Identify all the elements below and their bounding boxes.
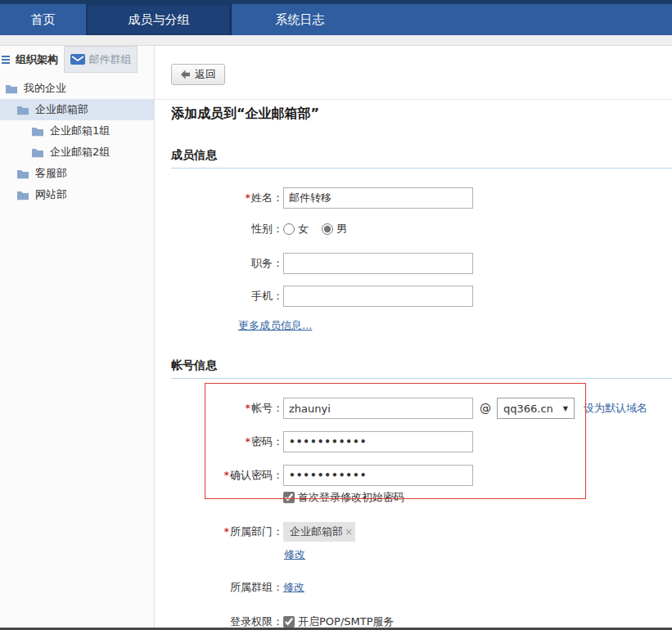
- sidebar-tab-label: 组织架构: [16, 52, 58, 67]
- gender-label-text: 性别：: [251, 223, 283, 235]
- back-button-label: 返回: [195, 67, 216, 82]
- folder-icon: [31, 126, 44, 137]
- nav-tab-members-groups[interactable]: 成员与分组: [86, 4, 232, 35]
- gender-female-label: 女: [298, 222, 309, 236]
- more-member-info-row: 更多成员信息...: [238, 318, 672, 333]
- tree-item-service-dept[interactable]: 客服部: [0, 163, 154, 184]
- account-label: *帐号：: [156, 401, 283, 416]
- gender-male-label: 男: [336, 222, 347, 236]
- tree-item-mail-group-2[interactable]: 企业邮箱2组: [0, 142, 154, 163]
- mail-group-icon: [70, 54, 85, 65]
- department-modify-row: 修改: [156, 547, 672, 562]
- tree-item-website-dept[interactable]: 网站部: [0, 184, 154, 205]
- navbar-tabs: 首页 成员与分组 系统日志: [0, 4, 672, 35]
- password-label-text: 密码：: [251, 435, 283, 448]
- org-structure-icon: [2, 56, 10, 64]
- nav-tab-home[interactable]: 首页: [0, 4, 86, 35]
- mobile-row: 手机：: [156, 286, 672, 307]
- job-input[interactable]: [283, 253, 473, 274]
- tree-item-my-company[interactable]: 我的企业: [0, 78, 154, 99]
- tree-item-label: 企业邮箱部: [35, 102, 88, 117]
- required-mark: *: [224, 525, 230, 538]
- required-mark: *: [246, 191, 251, 204]
- back-button[interactable]: 返回: [171, 64, 225, 85]
- nav-tab-system-log[interactable]: 系统日志: [232, 4, 368, 35]
- tree-item-label: 企业邮箱2组: [50, 145, 110, 160]
- account-section-heading: 帐号信息: [171, 358, 672, 379]
- group-label-text: 所属群组：: [230, 581, 283, 593]
- login-permission-label-text: 登录权限：: [230, 615, 283, 628]
- gender-female-radio[interactable]: [283, 223, 295, 235]
- sidebar-tab-org-structure[interactable]: 组织架构: [0, 46, 64, 73]
- required-mark: *: [246, 435, 251, 448]
- account-row: *帐号： @ qq366.cn ▼ 设为默认域名: [156, 398, 672, 419]
- department-label: *所属部门：: [156, 524, 283, 539]
- first-login-option[interactable]: 首次登录修改初始密码: [283, 490, 404, 505]
- confirm-password-input[interactable]: [283, 465, 473, 486]
- gender-male-radio[interactable]: [322, 223, 333, 235]
- name-input[interactable]: [283, 187, 473, 209]
- password-row: *密码：: [156, 431, 672, 452]
- folder-icon: [16, 105, 29, 115]
- org-tree: 我的企业 企业邮箱部 企业邮箱1组 企业邮箱2组 客服部 网站部: [0, 78, 154, 205]
- required-mark: *: [224, 469, 230, 481]
- gender-male-option[interactable]: 男: [322, 222, 347, 236]
- job-label-text: 职务：: [251, 257, 283, 269]
- account-label-text: 帐号：: [251, 402, 283, 414]
- first-login-row: 首次登录修改初始密码: [156, 490, 672, 505]
- name-label: *姓名：: [156, 191, 283, 205]
- job-row: 职务：: [156, 253, 672, 274]
- set-default-domain-link[interactable]: 设为默认域名: [584, 401, 647, 416]
- tree-item-mail-group-1[interactable]: 企业邮箱1组: [0, 120, 154, 142]
- tag-remove-icon[interactable]: ×: [345, 526, 353, 538]
- department-tag-label: 企业邮箱部: [290, 524, 343, 539]
- first-login-checkbox[interactable]: [283, 492, 295, 503]
- gender-row: 性别： 女 男: [156, 222, 672, 236]
- top-navbar: 首页 成员与分组 系统日志: [0, 0, 672, 35]
- tree-item-label: 网站部: [35, 187, 67, 202]
- department-tag: 企业邮箱部×: [283, 522, 355, 542]
- folder-icon: [31, 147, 44, 158]
- folder-icon: [5, 83, 18, 94]
- pop-smtp-checkbox[interactable]: [283, 616, 295, 628]
- group-modify-link[interactable]: 修改: [283, 580, 304, 595]
- tree-item-mail-dept[interactable]: 企业邮箱部: [0, 99, 154, 120]
- required-mark: *: [246, 402, 251, 414]
- domain-select-value: qq366.cn: [503, 403, 553, 415]
- mobile-input[interactable]: [283, 286, 473, 307]
- group-label: 所属群组：: [156, 580, 283, 595]
- more-member-info-link[interactable]: 更多成员信息...: [238, 319, 312, 331]
- confirm-password-label: *确认密码：: [156, 468, 283, 483]
- mobile-label-text: 手机：: [251, 290, 283, 302]
- department-modify-link[interactable]: 修改: [284, 547, 305, 562]
- password-input[interactable]: [283, 431, 473, 452]
- department-label-text: 所属部门：: [230, 525, 283, 538]
- member-section-heading: 成员信息: [171, 148, 672, 169]
- name-label-text: 姓名：: [251, 191, 283, 204]
- back-arrow-icon: [180, 70, 191, 79]
- gender-female-option[interactable]: 女: [283, 222, 309, 236]
- header-divider: [156, 99, 672, 100]
- dropdown-arrow-icon: ▼: [563, 405, 568, 412]
- department-row: *所属部门： 企业邮箱部×: [156, 522, 672, 542]
- gender-label: 性别：: [156, 222, 283, 236]
- name-row: *姓名：: [156, 187, 672, 209]
- tree-item-label: 客服部: [35, 166, 67, 181]
- confirm-password-label-text: 确认密码：: [230, 469, 283, 481]
- first-login-label: 首次登录修改初始密码: [298, 490, 404, 505]
- tree-item-label: 我的企业: [24, 81, 66, 96]
- group-row: 所属群组： 修改: [156, 580, 672, 595]
- password-label: *密码：: [156, 434, 283, 449]
- page-title: 添加成员到“企业邮箱部”: [171, 105, 672, 123]
- at-sign: @: [480, 402, 491, 415]
- confirm-password-row: *确认密码：: [156, 465, 672, 486]
- account-input[interactable]: [283, 398, 473, 419]
- mobile-label: 手机：: [156, 289, 283, 304]
- domain-select[interactable]: qq366.cn ▼: [497, 398, 575, 419]
- page: 首页 成员与分组 系统日志 组织架构 邮件群组 我的企业: [0, 0, 672, 630]
- folder-icon: [16, 169, 29, 179]
- tree-item-label: 企业邮箱1组: [50, 124, 110, 138]
- sidebar-tab-mail-groups[interactable]: 邮件群组: [64, 46, 138, 73]
- main-content: 返回 添加成员到“企业邮箱部” 成员信息 *姓名： 性别： 女 男 职务：: [156, 46, 672, 630]
- folder-icon: [16, 190, 29, 200]
